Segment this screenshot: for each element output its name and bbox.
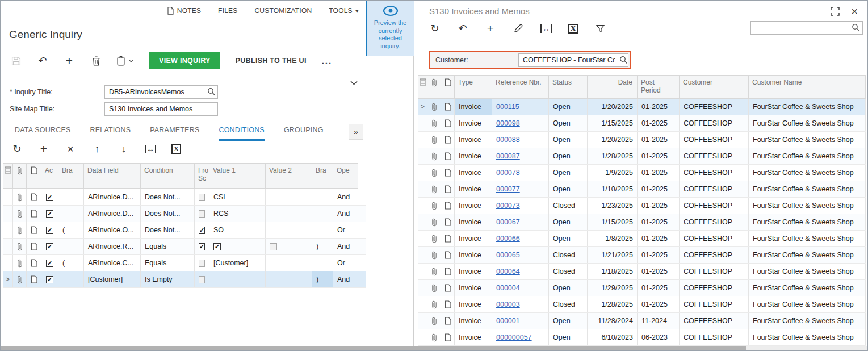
- reference-nbr-link[interactable]: 000087: [496, 152, 520, 160]
- horizontal-scrollbar[interactable]: [1, 346, 867, 350]
- post-period-cell[interactable]: 01-2025: [638, 132, 680, 148]
- post-period-cell[interactable]: 01-2025: [638, 198, 680, 214]
- inquiry-title-input[interactable]: [104, 85, 218, 99]
- site-map-title-input[interactable]: [104, 102, 218, 116]
- move-up-icon[interactable]: ↑: [91, 143, 103, 154]
- from-schema-checkbox[interactable]: [199, 260, 205, 267]
- active-checkbox[interactable]: [46, 210, 53, 218]
- customer-cell[interactable]: COFFEESHOP: [680, 247, 749, 263]
- condition-row[interactable]: (ARInvoice.O...Does Not...SOOr: [3, 222, 366, 239]
- row-selector[interactable]: [418, 231, 427, 246]
- open-bracket-cell[interactable]: [58, 206, 84, 222]
- condition-cell[interactable]: Does Not...: [141, 222, 195, 238]
- paperclip-icon[interactable]: [427, 296, 441, 312]
- paperclip-icon[interactable]: [427, 280, 441, 296]
- reference-nbr-link[interactable]: 000073: [496, 202, 520, 210]
- reference-nbr-link[interactable]: 000067: [496, 218, 520, 226]
- refresh-icon[interactable]: ↻: [429, 23, 441, 34]
- customer-name-cell[interactable]: FourStar Coffee & Sweets Shop: [749, 181, 866, 197]
- undo-icon[interactable]: ↶: [37, 55, 48, 66]
- note-icon[interactable]: [441, 313, 455, 329]
- reference-nbr-link[interactable]: 000115: [496, 103, 519, 111]
- open-bracket-cell[interactable]: (: [58, 255, 84, 271]
- post-period-cell[interactable]: 01-2025: [638, 148, 680, 164]
- customer-name-cell[interactable]: FourStar Coffee & Sweets Shop: [749, 296, 866, 312]
- type-cell[interactable]: Invoice: [455, 181, 492, 197]
- type-cell[interactable]: Invoice: [455, 115, 492, 131]
- customer-name-cell[interactable]: FourStar Coffee & Sweets Shop: [749, 132, 866, 148]
- open-bracket-cell[interactable]: [58, 239, 84, 254]
- note-icon[interactable]: [441, 132, 455, 148]
- active-checkbox[interactable]: [46, 260, 53, 267]
- condition-row[interactable]: (ARInvoice.C...Equals[Customer]Or: [3, 255, 366, 271]
- condition-cell[interactable]: Equals: [141, 255, 195, 271]
- value1-checkbox[interactable]: [213, 243, 221, 250]
- date-cell[interactable]: 1/29/2025: [588, 280, 638, 296]
- notes-menu-item[interactable]: NOTES: [167, 7, 201, 15]
- active-checkbox[interactable]: [46, 243, 53, 250]
- customer-input[interactable]: [518, 53, 628, 67]
- row-selector[interactable]: [3, 255, 13, 271]
- customer-cell[interactable]: COFFEESHOP: [680, 115, 749, 131]
- status-cell[interactable]: Open: [549, 99, 588, 115]
- files-menu-item[interactable]: FILES: [218, 7, 237, 15]
- condition-cell[interactable]: Does Not...: [141, 206, 195, 222]
- row-selector[interactable]: [418, 214, 427, 230]
- customer-cell[interactable]: COFFEESHOP: [680, 214, 749, 230]
- paperclip-icon[interactable]: [13, 189, 27, 205]
- reference-nbr-link[interactable]: 000066: [496, 235, 520, 243]
- invoice-row[interactable]: Invoice000073Closed1/23/202501-2025COFFE…: [418, 198, 866, 214]
- value1-cell[interactable]: CSL: [209, 189, 266, 205]
- row-selector[interactable]: [3, 189, 13, 205]
- paperclip-icon[interactable]: [427, 165, 441, 181]
- date-cell[interactable]: 6/10/2023: [588, 329, 638, 345]
- note-icon[interactable]: [441, 148, 455, 164]
- export-excel-icon[interactable]: X: [568, 24, 578, 34]
- status-cell[interactable]: Closed: [549, 198, 588, 214]
- customer-name-cell[interactable]: FourStar Coffee & Sweets Shop: [749, 115, 866, 131]
- post-period-cell[interactable]: 01-2025: [638, 181, 680, 197]
- search-icon[interactable]: [852, 23, 860, 32]
- move-down-icon[interactable]: ↓: [118, 143, 129, 154]
- tab-data-sources[interactable]: DATA SOURCES: [15, 126, 70, 141]
- reference-nbr-link[interactable]: 000000057: [496, 333, 532, 341]
- row-selector[interactable]: [3, 239, 13, 254]
- add-record-icon[interactable]: +: [485, 23, 496, 34]
- paperclip-icon[interactable]: [13, 239, 27, 254]
- customer-name-cell[interactable]: FourStar Coffee & Sweets Shop: [749, 313, 866, 329]
- customization-menu-item[interactable]: CUSTOMIZATION: [254, 7, 312, 15]
- row-selector[interactable]: [418, 329, 427, 345]
- date-cell[interactable]: 1/15/2025: [588, 115, 638, 131]
- type-cell[interactable]: Invoice: [455, 296, 492, 312]
- value2-cell[interactable]: [266, 189, 312, 205]
- tab-conditions[interactable]: CONDITIONS: [219, 126, 264, 141]
- tab-overflow-button[interactable]: »: [349, 124, 363, 140]
- close-icon[interactable]: ×: [851, 7, 858, 16]
- invoice-row[interactable]: Invoice000003Closed1/28/202501-2025COFFE…: [418, 296, 866, 313]
- row-selector[interactable]: >: [3, 271, 13, 287]
- clipboard-menu[interactable]: [117, 56, 134, 66]
- note-icon[interactable]: [441, 99, 455, 115]
- invoice-row[interactable]: Invoice000078Open1/9/202501-2025COFFEESH…: [418, 165, 866, 181]
- value1-cell[interactable]: RCS: [209, 206, 266, 222]
- open-bracket-cell[interactable]: [58, 271, 84, 287]
- delete-icon[interactable]: [90, 55, 102, 66]
- paperclip-icon[interactable]: [13, 206, 27, 222]
- condition-row[interactable]: ARInvoice.D...Does Not...RCSAnd: [3, 206, 366, 222]
- customer-cell[interactable]: COFFEESHOP: [680, 231, 749, 246]
- invoice-row[interactable]: Invoice000064Closed1/18/202501-2025COFFE…: [418, 264, 866, 280]
- customer-cell[interactable]: COFFEESHOP: [680, 132, 749, 148]
- close-bracket-cell[interactable]: [312, 189, 333, 205]
- customer-cell[interactable]: COFFEESHOP: [680, 148, 749, 164]
- lookup-magnifier-icon[interactable]: [619, 56, 628, 64]
- note-icon[interactable]: [441, 280, 455, 296]
- fullscreen-icon[interactable]: [831, 7, 840, 16]
- status-cell[interactable]: Open: [549, 214, 588, 230]
- paperclip-icon[interactable]: [13, 271, 27, 287]
- operator-cell[interactable]: And: [333, 271, 358, 287]
- note-icon[interactable]: [441, 165, 455, 181]
- paperclip-icon[interactable]: [427, 231, 441, 246]
- post-period-cell[interactable]: 01-2025: [638, 214, 680, 230]
- data-field-cell[interactable]: [Customer]: [84, 271, 141, 287]
- type-cell[interactable]: Invoice: [455, 198, 492, 214]
